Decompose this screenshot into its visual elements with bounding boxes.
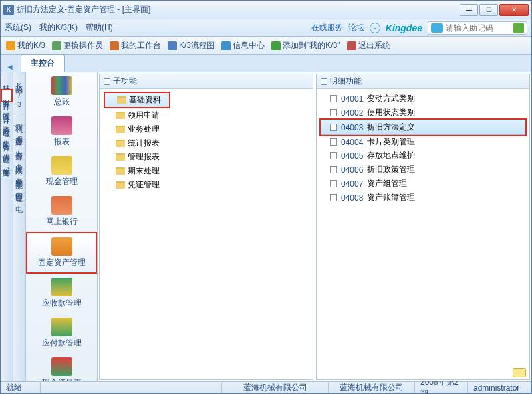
vtab-outer-1[interactable]: 财务会计: [1, 89, 13, 102]
checkbox-icon[interactable]: [330, 109, 337, 116]
panels: 子功能 基础资料领用申请业务处理统计报表管理报表期末处理凭证管理 明细功能 04…: [98, 72, 531, 381]
detail-code: 04005: [341, 151, 363, 161]
link-forum[interactable]: 论坛: [348, 22, 364, 33]
bank-icon: [51, 196, 72, 215]
tree-item-0[interactable]: 基础资料: [104, 92, 170, 108]
checkbox-icon[interactable]: [330, 180, 337, 187]
checkbox-icon[interactable]: [330, 166, 337, 173]
status-spacer: [41, 382, 222, 393]
checkbox-icon[interactable]: [330, 138, 337, 146]
vtab-inner-3[interactable]: 人力资源: [13, 140, 25, 153]
vtab-inner-7[interactable]: 电: [13, 195, 25, 205]
checkbox-icon[interactable]: [330, 194, 337, 201]
detail-code: 04002: [341, 108, 363, 118]
nav-item-0[interactable]: 总账: [26, 72, 97, 112]
tb-flow[interactable]: K/3流程图: [168, 40, 215, 51]
tree-item-1[interactable]: 领用申请: [104, 108, 309, 122]
nav-item-7[interactable]: 现金流量表: [26, 353, 97, 381]
tb-workbench[interactable]: 我的工作台: [110, 40, 161, 51]
checkbox-icon[interactable]: [330, 95, 337, 102]
tree-item-3[interactable]: 统计报表: [104, 136, 309, 150]
exit-icon: [347, 41, 356, 50]
vtab-outer-3[interactable]: 资产管理: [1, 116, 13, 130]
cash-icon: [51, 156, 72, 175]
checkbox-icon[interactable]: [330, 124, 337, 131]
tree-item-4[interactable]: 管理报表: [104, 150, 309, 164]
tab-main-console[interactable]: 主控台: [21, 54, 65, 72]
detail-item-04004[interactable]: 04004卡片类别管理: [321, 135, 525, 149]
panel-subfunc-header: 子功能: [100, 74, 313, 89]
vtab-inner-6[interactable]: 内控管理: [13, 181, 25, 195]
detail-item-04008[interactable]: 04008资产账簿管理: [321, 191, 525, 205]
vtab-inner-4[interactable]: 企业绩效: [13, 153, 25, 167]
close-button[interactable]: ✕: [499, 4, 529, 16]
panel-subfunc: 子功能 基础资料领用申请业务处理统计报表管理报表期末处理凭证管理: [99, 74, 313, 380]
nav-item-4[interactable]: 固定资产管理: [26, 232, 97, 274]
tree-item-6[interactable]: 凭证管理: [104, 178, 309, 192]
vtab-outer-2[interactable]: 管理会计: [1, 102, 13, 116]
nav-item-2[interactable]: 现金管理: [26, 152, 97, 192]
mail-icon[interactable]: [513, 368, 526, 377]
vtab-inner-1[interactable]: 测试: [13, 114, 25, 126]
menu-system[interactable]: 系统(S): [5, 22, 31, 33]
folder-icon: [116, 167, 125, 175]
detail-item-04005[interactable]: 04005存放地点维护: [321, 149, 525, 163]
tree-label: 管理报表: [128, 151, 160, 163]
menu-myk3[interactable]: 我的K/3(K): [39, 22, 78, 33]
vtab-outer-4[interactable]: 集团合并: [1, 130, 13, 144]
toolbar: 我的K/3 更换操作员 我的工作台 K/3流程图 信息中心 添加到"我的K/3"…: [1, 37, 531, 55]
content-area: 子功能 基础资料领用申请业务处理统计报表管理报表期末处理凭证管理 明细功能 04…: [98, 72, 531, 381]
folder-icon: [116, 112, 125, 119]
tabstrip: ◄ 主控台: [1, 55, 531, 72]
detail-item-04006[interactable]: 04006折旧政策管理: [321, 163, 525, 177]
search-input[interactable]: [446, 23, 512, 33]
vtab-outer-5[interactable]: 供应链: [1, 144, 13, 157]
nav-label: 应收款管理: [42, 298, 82, 309]
brand-logo: Kingdee: [386, 23, 422, 33]
tree-item-2[interactable]: 业务处理: [104, 122, 309, 136]
vtab-inner-5[interactable]: 商业智能: [13, 167, 25, 181]
maximize-button[interactable]: ☐: [479, 4, 498, 16]
folder-icon: [117, 96, 126, 104]
tb-exit[interactable]: 退出系统: [347, 40, 390, 51]
vtab-inner-0[interactable]: 我的K/3: [13, 75, 25, 114]
menu-help[interactable]: 帮助(H): [86, 22, 113, 33]
tb-switch-user[interactable]: 更换操作员: [52, 40, 103, 51]
tb-info[interactable]: 信息中心: [221, 40, 265, 51]
tb-addto[interactable]: 添加到"我的K/3": [271, 40, 340, 51]
nav-item-3[interactable]: 网上银行: [26, 192, 97, 232]
nav-label: 总账: [54, 96, 70, 108]
main-area: 精益管理财务会计管理会计资产管理集团合并供应链成本管理 我的K/3测试资产管理人…: [1, 72, 531, 381]
checkbox-icon[interactable]: [330, 152, 337, 159]
nav-item-6[interactable]: 应付款管理: [26, 314, 97, 353]
smile-icon: ⌣: [370, 23, 380, 33]
tab-arrow-left[interactable]: ◄: [6, 62, 14, 72]
vtab-outer-0[interactable]: 精益管理: [1, 75, 13, 89]
square-icon: [104, 78, 110, 85]
vtab-inner-2[interactable]: 资产管理: [13, 126, 25, 140]
tree-item-5[interactable]: 期末处理: [104, 164, 309, 178]
detail-item-04007[interactable]: 04007资产组管理: [321, 177, 525, 191]
nav-label: 固定资产管理: [38, 257, 86, 268]
minimize-button[interactable]: —: [460, 4, 478, 16]
detail-item-04003[interactable]: 04003折旧方法定义: [321, 120, 525, 135]
swap-icon: [52, 41, 61, 50]
tree-label: 业务处理: [128, 124, 160, 135]
detail-item-04002[interactable]: 04002使用状态类别: [321, 106, 525, 120]
status-ready: 就绪: [1, 382, 41, 393]
detail-code: 04003: [341, 123, 363, 132]
detail-label: 变动方式类别: [367, 93, 415, 104]
status-company: 蓝海机械有限公司: [222, 382, 329, 393]
square-icon: [321, 78, 327, 85]
recv-icon: [51, 278, 72, 296]
detail-item-04001[interactable]: 04001变动方式类别: [321, 92, 525, 106]
vtab-outer-6[interactable]: 成本管理: [1, 157, 13, 171]
app-window: K 折旧方法定义-固定资产管理 - [主界面] — ☐ ✕ 系统(S) 我的K/…: [0, 0, 532, 394]
tree-label: 凭证管理: [128, 179, 160, 191]
search-go-button[interactable]: [513, 23, 524, 33]
nav-item-1[interactable]: 报表: [26, 112, 97, 152]
tb-myk3[interactable]: 我的K/3: [6, 40, 45, 51]
detail-code: 04004: [341, 138, 363, 147]
nav-item-5[interactable]: 应收款管理: [26, 274, 97, 314]
link-online[interactable]: 在线服务: [311, 22, 343, 33]
